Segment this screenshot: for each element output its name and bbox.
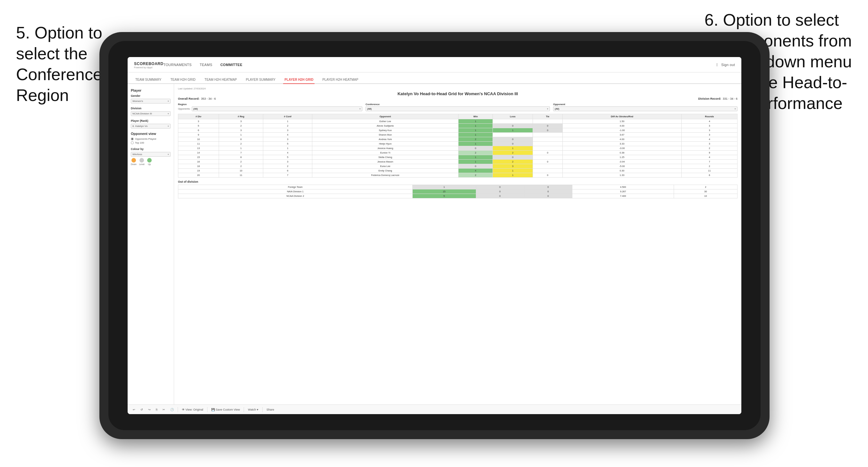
- cell-diff: -0.94: [562, 160, 681, 164]
- cell-tie: [533, 133, 562, 137]
- cell-conf: 6: [263, 168, 312, 173]
- radio-top100[interactable]: Top 100: [131, 142, 170, 144]
- undo-button[interactable]: ↩: [131, 407, 136, 412]
- cell-loss: 0: [493, 155, 533, 160]
- copy-button[interactable]: ⎘: [155, 407, 159, 412]
- nav-right: | Sign out: [717, 62, 735, 68]
- colour-up-circle: [147, 158, 152, 162]
- cell-diff: -1.00: [562, 128, 681, 133]
- cell-rounds: 4: [682, 137, 738, 142]
- th-div: # Div: [178, 114, 219, 119]
- radio-label-top100: Top 100: [135, 142, 144, 144]
- table-row: 14 7 4 Eunice Yi 2 2 0 0.38 9: [178, 151, 738, 155]
- toolbar-sep3: [244, 407, 244, 412]
- cell-reg: 6: [219, 137, 263, 142]
- colour-by-label: Colour by: [131, 148, 170, 151]
- nav-committee[interactable]: COMMITTEE: [220, 62, 242, 68]
- gender-select[interactable]: Women's: [131, 99, 170, 103]
- ood-cell-name: NAIA Division 1: [178, 189, 413, 194]
- nav-teams[interactable]: TEAMS: [200, 62, 212, 68]
- records-row: Overall Record: 353 - 34 - 6 Division Re…: [178, 97, 738, 100]
- cell-rounds: 9: [682, 151, 738, 155]
- player-rank-select[interactable]: 8. Katelyn Vo: [131, 124, 170, 128]
- colour-by-select[interactable]: Win/loss: [131, 152, 170, 157]
- subnav-player-summary[interactable]: PLAYER SUMMARY: [245, 76, 277, 84]
- colour-down-circle: [131, 158, 136, 162]
- subnav-team-h2h-grid[interactable]: TEAM H2H GRID: [169, 76, 197, 84]
- radio-opponents-played[interactable]: Opponents Played: [131, 137, 170, 141]
- radio-dot-top100: [131, 142, 134, 144]
- cell-div: 10: [178, 137, 219, 142]
- clock-button[interactable]: 🕐: [169, 407, 175, 412]
- watch-button[interactable]: Watch ▾: [247, 407, 260, 412]
- cell-diff: 0.30: [562, 168, 681, 173]
- cell-reg: 7: [219, 151, 263, 155]
- region-filter-label: Region: [178, 103, 187, 106]
- ood-cell-tie: 0: [524, 185, 572, 189]
- subnav-player-h2h-grid[interactable]: PLAYER H2H GRID: [283, 76, 315, 84]
- cell-tie: [533, 119, 562, 124]
- player-title: Player: [131, 89, 170, 92]
- cell-win: 2: [459, 173, 493, 178]
- radio-dot-played: [131, 137, 134, 141]
- nav-tournaments[interactable]: TOURNAMENTS: [163, 62, 192, 68]
- cell-conf: 7: [263, 173, 312, 178]
- conference-select[interactable]: (All): [366, 106, 550, 111]
- right-panel: Last Updated: 27/03/2024 Katelyn Vo Head…: [174, 84, 741, 405]
- sign-out-button[interactable]: Sign out: [721, 62, 735, 68]
- cell-name: Eunice Yi: [312, 151, 459, 155]
- cut-button[interactable]: ✂: [161, 407, 166, 412]
- division-section: Division NCAA Division III: [131, 107, 170, 116]
- redo-button[interactable]: ↺: [139, 407, 144, 412]
- overall-record-label: Overall Record:: [178, 97, 199, 100]
- cell-div: 18: [178, 164, 219, 168]
- cell-win: 1: [459, 133, 493, 137]
- cell-tie: 0: [533, 160, 562, 164]
- save-custom-view-button[interactable]: 💾 Save Custom View: [210, 407, 241, 412]
- cell-loss: 1: [493, 168, 533, 173]
- ood-row: NAIA Division 1 15 0 0 9.267 30: [178, 189, 738, 194]
- logo: SCOREBOARD Powered by clippd: [134, 61, 163, 69]
- cell-conf: 4: [263, 133, 312, 137]
- cell-tie: [533, 168, 562, 173]
- th-tie: Tie: [533, 114, 562, 119]
- opponent-select[interactable]: (All): [553, 106, 738, 111]
- cell-diff: 3.67: [562, 133, 681, 137]
- cell-div: 5: [178, 124, 219, 128]
- app-content: SCOREBOARD Powered by clippd TOURNAMENTS…: [128, 57, 741, 414]
- opponent-view-section: Opponent view Opponents Played Top 100: [131, 132, 170, 144]
- cell-rounds: 4: [682, 119, 738, 124]
- cell-rounds: 3: [682, 133, 738, 137]
- cell-div: 11: [178, 142, 219, 146]
- last-updated: Last Updated: 27/03/2024: [178, 87, 738, 90]
- sidebar-player-section: Player Gender Women's Division NCAA Divi…: [131, 89, 170, 128]
- conference-filter-label: Conference: [366, 103, 550, 106]
- forward-button[interactable]: ↪: [147, 407, 152, 412]
- cell-reg: 10: [219, 168, 263, 173]
- subnav-team-h2h-heatmap[interactable]: TEAM H2H HEATMAP: [203, 76, 238, 84]
- opponent-filter-label: Opponent: [553, 103, 738, 106]
- cell-loss: 1: [493, 173, 533, 178]
- cell-name: Heejo Hyun: [312, 142, 459, 146]
- table-row: 16 2 3 Jessica Mason 1 2 0 -0.94 7: [178, 160, 738, 164]
- cell-name: Esther Lee: [312, 119, 459, 124]
- share-button[interactable]: Share: [265, 407, 275, 412]
- view-original-button[interactable]: 👁 View: Original: [181, 407, 205, 412]
- cell-name: Jessica Mason: [312, 160, 459, 164]
- tablet-screen: SCOREBOARD Powered by clippd TOURNAMENTS…: [128, 57, 741, 414]
- top-nav: SCOREBOARD Powered by clippd TOURNAMENTS…: [128, 57, 741, 72]
- cell-diff: -3.00: [562, 146, 681, 151]
- grid-title: Katelyn Vo Head-to-Head Grid for Women's…: [178, 91, 738, 96]
- subnav-player-h2h-heatmap[interactable]: PLAYER H2H HEATMAP: [321, 76, 360, 84]
- cell-reg: 2: [219, 160, 263, 164]
- cell-loss: 0: [493, 137, 533, 142]
- cell-rounds: 3: [682, 128, 738, 133]
- opponent-radio-group: Opponents Played Top 100: [131, 137, 170, 144]
- cell-tie: [533, 137, 562, 142]
- region-select[interactable]: (All): [192, 106, 362, 111]
- subnav-team-summary[interactable]: TEAM SUMMARY: [134, 76, 163, 84]
- division-select[interactable]: NCAA Division III: [131, 111, 170, 116]
- cell-reg: 2: [219, 124, 263, 128]
- ood-row: Foreign Team 1 0 0 4.500 2: [178, 185, 738, 189]
- cell-conf: 2: [263, 124, 312, 128]
